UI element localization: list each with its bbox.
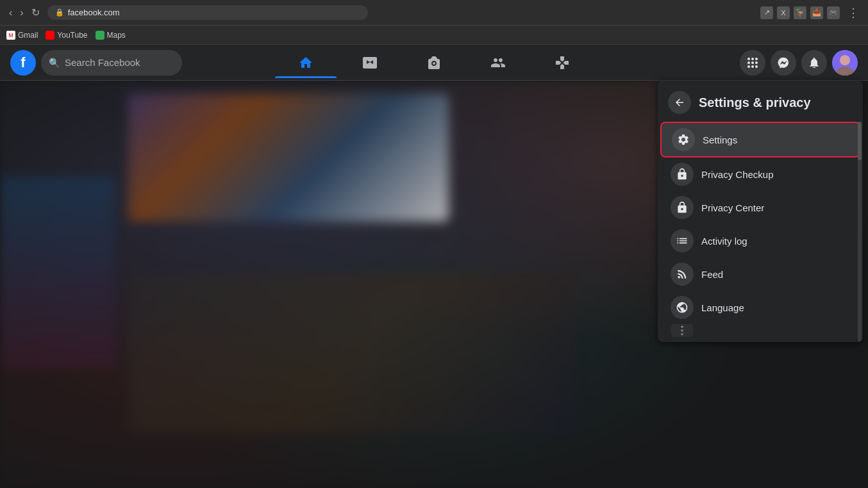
more-menu-item[interactable]: [660, 324, 860, 337]
notifications-button[interactable]: [801, 50, 827, 76]
bookmark-maps[interactable]: Maps: [96, 31, 126, 40]
svg-point-14: [681, 326, 683, 328]
nav-back-button[interactable]: ‹: [6, 6, 15, 20]
bookmark-youtube[interactable]: YouTube: [46, 31, 87, 40]
address-bar[interactable]: 🔒 facebook.com: [47, 5, 368, 20]
browser-chrome: ‹ › ↻ 🔒 facebook.com ↗ X 🦆 📥 🎮 ⋮: [0, 0, 868, 26]
feed-label: Feed: [701, 269, 723, 280]
nav-right-buttons: [740, 50, 858, 76]
facebook-logo[interactable]: f: [10, 50, 36, 76]
back-button[interactable]: [668, 91, 691, 114]
apps-button[interactable]: [740, 50, 765, 76]
ext-icon-5[interactable]: 🎮: [827, 6, 840, 19]
nav-home-button[interactable]: [275, 47, 337, 78]
feed-menu-item[interactable]: Feed: [660, 257, 860, 291]
nav-center-buttons: [275, 47, 593, 78]
nav-groups-button[interactable]: [467, 47, 529, 78]
activity-log-icon: [671, 229, 694, 252]
svg-point-4: [751, 61, 754, 64]
ext-icon-2[interactable]: X: [777, 6, 790, 19]
nav-gaming-button[interactable]: [531, 47, 593, 78]
language-menu-item[interactable]: Language: [660, 291, 860, 324]
settings-label: Settings: [703, 134, 737, 145]
browser-nav-buttons: ‹ › ↻: [6, 5, 42, 20]
settings-menu-item[interactable]: Settings: [660, 122, 860, 158]
bookmark-gmail[interactable]: M Gmail: [6, 31, 38, 40]
language-label: Language: [701, 302, 744, 313]
maps-label: Maps: [107, 31, 126, 40]
activity-log-menu-item[interactable]: Activity log: [660, 224, 860, 257]
ext-icon-1[interactable]: ↗: [760, 6, 773, 19]
youtube-label: YouTube: [57, 31, 87, 40]
privacy-center-icon: [671, 196, 694, 219]
activity-log-label: Activity log: [701, 236, 747, 247]
nav-watch-button[interactable]: [339, 47, 401, 78]
language-globe-icon: [671, 296, 694, 319]
settings-privacy-dropdown: Settings & privacy Settings Privacy Chec…: [658, 81, 863, 342]
ext-icon-3[interactable]: 🦆: [794, 6, 806, 19]
search-icon: 🔍: [49, 58, 60, 68]
gmail-label: Gmail: [18, 31, 38, 40]
svg-point-6: [747, 65, 750, 68]
bookmarks-bar: M Gmail YouTube Maps: [0, 26, 868, 45]
svg-point-15: [681, 333, 683, 335]
nav-reload-button[interactable]: ↻: [29, 5, 42, 20]
main-content: Settings & privacy Settings Privacy Chec…: [0, 81, 868, 488]
privacy-center-label: Privacy Center: [701, 202, 764, 213]
browser-more-button[interactable]: ⋮: [845, 6, 862, 20]
browser-extensions: ↗ X 🦆 📥 🎮: [760, 6, 840, 19]
dropdown-header: Settings & privacy: [658, 86, 863, 122]
svg-point-13: [681, 329, 683, 331]
privacy-checkup-label: Privacy Checkup: [701, 169, 774, 180]
privacy-checkup-icon: [671, 163, 694, 186]
svg-point-7: [751, 65, 754, 68]
settings-gear-icon: [672, 128, 695, 151]
gmail-icon: M: [6, 31, 15, 40]
youtube-icon: [46, 31, 54, 40]
svg-point-0: [747, 58, 750, 60]
privacy-center-menu-item[interactable]: Privacy Center: [660, 191, 860, 224]
svg-point-8: [755, 65, 758, 68]
panel-scrollbar[interactable]: [858, 119, 862, 339]
search-bar[interactable]: 🔍 Search Facebook: [41, 50, 182, 76]
facebook-navbar: f 🔍 Search Facebook: [0, 45, 868, 81]
url-text: facebook.com: [68, 8, 120, 17]
user-avatar[interactable]: [832, 50, 858, 76]
svg-point-10: [840, 55, 850, 65]
scrollbar-thumb: [858, 122, 862, 160]
svg-point-12: [678, 276, 680, 279]
svg-point-5: [755, 61, 758, 64]
lock-icon: 🔒: [55, 8, 64, 17]
nav-marketplace-button[interactable]: [403, 47, 465, 78]
nav-forward-button[interactable]: ›: [17, 6, 26, 20]
maps-icon: [96, 31, 104, 40]
svg-point-1: [751, 58, 754, 60]
svg-point-2: [755, 58, 758, 60]
dropdown-title: Settings & privacy: [699, 95, 811, 110]
ext-icon-4[interactable]: 📥: [810, 6, 823, 19]
privacy-checkup-menu-item[interactable]: Privacy Checkup: [660, 158, 860, 191]
feed-icon: [671, 263, 694, 286]
svg-point-3: [747, 61, 750, 64]
more-icon: [671, 324, 694, 337]
search-placeholder-text: Search Facebook: [65, 57, 140, 68]
scrollbar-track: [858, 122, 862, 342]
messenger-button[interactable]: [771, 50, 796, 76]
